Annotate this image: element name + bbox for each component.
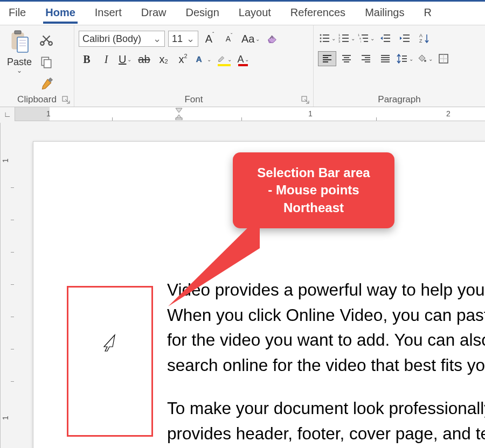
- bullets-icon: [318, 32, 330, 44]
- svg-point-17: [320, 38, 322, 39]
- callout-tail-icon: [168, 216, 276, 307]
- justify-icon: [379, 53, 391, 65]
- svg-point-7: [48, 41, 52, 45]
- svg-text:Z: Z: [419, 38, 422, 44]
- sort-icon: AZ: [418, 32, 430, 44]
- annotation-selection-bar-box: [67, 286, 153, 437]
- increase-indent-button[interactable]: [396, 31, 414, 46]
- shrink-font-button[interactable]: Aˇ: [221, 31, 237, 47]
- tab-review-partial[interactable]: R: [421, 3, 433, 23]
- underline-button[interactable]: U⌄: [117, 51, 133, 67]
- strikethrough-button[interactable]: ab: [136, 51, 152, 67]
- ruler-h-num: 1: [46, 109, 51, 118]
- tab-mailings[interactable]: Mailings: [363, 3, 406, 23]
- font-size-value: 11: [172, 33, 183, 45]
- svg-point-15: [320, 34, 322, 36]
- eraser-icon: A: [266, 33, 278, 45]
- borders-button[interactable]: [434, 51, 453, 66]
- align-right-icon: [360, 53, 372, 65]
- align-left-button[interactable]: [318, 51, 336, 66]
- callout-line3: Northeast: [242, 199, 385, 216]
- highlighter-icon: [217, 54, 226, 64]
- document-paragraph[interactable]: To make your document look professionall…: [167, 396, 485, 448]
- scissors-icon: [39, 32, 53, 46]
- copy-button[interactable]: [38, 53, 55, 71]
- highlight-button[interactable]: ⌄: [216, 51, 233, 67]
- tab-insert[interactable]: Insert: [93, 3, 124, 23]
- tab-selector[interactable]: ∟: [0, 107, 15, 121]
- superscript-button[interactable]: x2: [175, 51, 191, 67]
- svg-text:A: A: [196, 54, 202, 64]
- text-effects-icon: A: [195, 54, 206, 65]
- numbering-button[interactable]: 123⌄: [337, 31, 356, 46]
- italic-button[interactable]: I: [98, 51, 114, 67]
- callout-line1: Selection Bar area: [242, 164, 385, 181]
- annotation-callout: Selection Bar area - Mouse points Northe…: [233, 152, 394, 228]
- format-painter-button[interactable]: [38, 76, 55, 93]
- clipboard-dialog-launcher[interactable]: [62, 96, 71, 104]
- cut-button[interactable]: [38, 31, 55, 48]
- paste-label: Paste: [7, 57, 32, 68]
- tab-design[interactable]: Design: [184, 3, 221, 23]
- bullets-button[interactable]: ⌄: [318, 31, 336, 46]
- subscript-button[interactable]: x2: [155, 51, 171, 67]
- svg-rect-9: [44, 60, 51, 68]
- ruler-h-num: 1: [308, 109, 313, 118]
- align-left-icon: [321, 53, 333, 65]
- svg-text:A: A: [419, 33, 422, 38]
- tab-references[interactable]: References: [288, 3, 348, 23]
- tab-file[interactable]: File: [6, 3, 28, 23]
- bold-button[interactable]: B: [79, 51, 95, 67]
- justify-button[interactable]: [376, 51, 394, 66]
- tab-home[interactable]: Home: [43, 3, 78, 23]
- menu-tabs: File Home Insert Draw Design Layout Refe…: [0, 2, 485, 25]
- shading-button[interactable]: ⌄: [415, 51, 433, 66]
- font-name-value: Calibri (Body): [82, 33, 141, 45]
- multilevel-list-button[interactable]: 1ai⌄: [357, 31, 375, 46]
- align-right-button[interactable]: [357, 51, 375, 66]
- ruler-horizontal[interactable]: ∟ 1 1 2: [0, 107, 485, 121]
- paint-bucket-icon: [415, 53, 427, 65]
- change-case-button[interactable]: Aa⌄: [240, 31, 261, 47]
- text-effects-button[interactable]: A⌄: [194, 51, 212, 67]
- font-color-button[interactable]: A ⌄: [236, 51, 250, 67]
- grow-font-button[interactable]: Aˆ: [202, 31, 218, 47]
- callout-line2: - Mouse points: [242, 181, 385, 199]
- tab-layout[interactable]: Layout: [237, 3, 273, 23]
- outdent-icon: [379, 32, 391, 44]
- clear-formatting-button[interactable]: A: [264, 31, 280, 47]
- line-spacing-button[interactable]: ⌄: [396, 51, 414, 66]
- font-name-combo[interactable]: Calibri (Body) ⌄: [79, 31, 165, 47]
- font-dialog-launcher[interactable]: [301, 96, 310, 104]
- align-center-button[interactable]: [337, 51, 356, 66]
- group-label-font: Font: [184, 94, 203, 105]
- indent-icon: [399, 32, 411, 44]
- numbering-icon: 123: [338, 32, 350, 44]
- svg-text:A: A: [271, 34, 274, 40]
- svg-rect-1: [15, 31, 21, 34]
- indent-marker[interactable]: [175, 107, 183, 121]
- svg-rect-2: [17, 37, 28, 52]
- group-clipboard: Paste ⌄ Clipboard: [0, 25, 74, 107]
- font-size-combo[interactable]: 11 ⌄: [168, 31, 198, 47]
- paste-button[interactable]: Paste ⌄: [4, 29, 34, 93]
- svg-point-6: [40, 41, 44, 45]
- copy-icon: [39, 55, 53, 69]
- sort-button[interactable]: AZ: [415, 31, 433, 46]
- group-paragraph: ⌄ 123⌄ 1ai⌄ AZ: [314, 25, 485, 107]
- ribbon: Paste ⌄ Clipboard: [0, 25, 485, 107]
- line-spacing-icon: [396, 53, 408, 65]
- group-font: Calibri (Body) ⌄ 11 ⌄ Aˆ Aˇ Aa⌄ A: [74, 25, 314, 107]
- paintbrush-icon: [39, 78, 53, 92]
- svg-point-19: [320, 41, 322, 43]
- chevron-down-icon: ⌄: [183, 33, 195, 45]
- chevron-down-icon[interactable]: ⌄: [17, 67, 22, 74]
- align-center-icon: [341, 53, 352, 65]
- tab-draw[interactable]: Draw: [139, 3, 169, 23]
- ruler-h-num: 2: [446, 109, 451, 118]
- cursor-northeast-icon: [102, 334, 118, 352]
- svg-text:i: i: [361, 40, 361, 43]
- svg-point-60: [424, 60, 426, 62]
- paste-icon: [9, 30, 30, 55]
- decrease-indent-button[interactable]: [376, 31, 394, 46]
